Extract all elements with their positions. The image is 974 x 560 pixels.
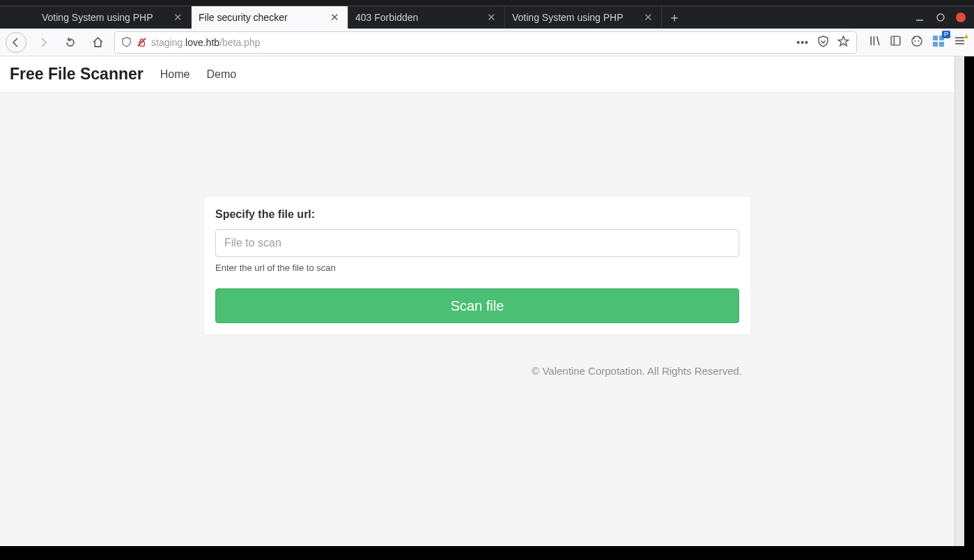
tab-strip: Voting System using PHP ✕ File security … xyxy=(0,6,974,29)
browser-tab[interactable]: 403 Forbidden ✕ xyxy=(348,6,505,29)
back-button[interactable] xyxy=(6,32,26,53)
tab-title: File security checker xyxy=(199,12,328,23)
svg-rect-7 xyxy=(891,36,900,45)
site-navbar: Free File Scanner Home Demo xyxy=(0,56,954,93)
scan-card: Specify the file url: Enter the url of t… xyxy=(204,197,750,334)
window-bottom-edge xyxy=(0,546,974,560)
bookmark-star-icon[interactable] xyxy=(837,36,849,49)
svg-point-10 xyxy=(915,40,916,42)
tab-title: Voting System using PHP xyxy=(512,12,642,23)
svg-point-9 xyxy=(912,36,922,46)
tracking-shield-icon[interactable] xyxy=(121,37,132,48)
pocket-icon[interactable] xyxy=(817,36,829,49)
maximize-icon[interactable] xyxy=(935,12,946,23)
svg-rect-15 xyxy=(939,42,944,47)
form-label: Specify the file url: xyxy=(215,208,739,221)
scan-file-button[interactable]: Scan file xyxy=(215,288,739,323)
viewport: Free File Scanner Home Demo Specify the … xyxy=(0,56,974,546)
extension-badge-icon[interactable]: P xyxy=(932,35,945,50)
url-text: staging.love.htb/beta.php xyxy=(151,37,792,48)
app-menu-button[interactable]: ▲ xyxy=(954,35,966,49)
window-edge xyxy=(964,56,974,546)
browser-tab[interactable]: Voting System using PHP ✕ xyxy=(35,6,192,29)
close-icon[interactable]: ✕ xyxy=(171,11,184,24)
library-icon[interactable] xyxy=(869,35,881,49)
browser-tab-active[interactable]: File security checker ✕ xyxy=(192,6,348,29)
tabbar-spacer xyxy=(0,6,35,29)
tab-title: 403 Forbidden xyxy=(355,12,485,23)
extension-badge-label: P xyxy=(942,31,950,38)
nav-demo-link[interactable]: Demo xyxy=(206,68,236,81)
url-host: love.htb xyxy=(185,37,219,48)
site-brand: Free File Scanner xyxy=(10,65,144,84)
close-icon[interactable]: ✕ xyxy=(328,11,341,24)
svg-rect-14 xyxy=(933,42,938,47)
svg-rect-12 xyxy=(933,36,938,40)
page: Free File Scanner Home Demo Specify the … xyxy=(0,56,954,546)
svg-line-6 xyxy=(877,36,879,45)
warning-icon: ▲ xyxy=(963,32,970,40)
tab-title: Voting System using PHP xyxy=(42,12,171,23)
nav-home-link[interactable]: Home xyxy=(160,68,190,81)
main-content: Specify the file url: Enter the url of t… xyxy=(0,93,954,377)
url-bar[interactable]: staging.love.htb/beta.php ••• xyxy=(114,31,857,54)
svg-point-1 xyxy=(937,14,944,21)
insecure-lock-icon[interactable] xyxy=(136,37,147,48)
close-icon[interactable]: ✕ xyxy=(642,11,654,24)
urlbar-right-icons: ••• xyxy=(796,36,851,49)
scrollbar[interactable] xyxy=(954,56,964,546)
window-controls xyxy=(914,6,970,29)
close-icon[interactable]: ✕ xyxy=(485,11,497,24)
sidebar-icon[interactable] xyxy=(890,35,902,49)
browser-tab[interactable]: Voting System using PHP ✕ xyxy=(505,6,662,29)
browser-toolbar: staging.love.htb/beta.php ••• xyxy=(0,29,974,56)
svg-point-11 xyxy=(918,40,920,42)
new-tab-button[interactable]: ＋ xyxy=(662,6,687,29)
toolbar-right-icons: P ▲ xyxy=(863,35,968,50)
home-button[interactable] xyxy=(87,32,108,53)
window-titlebar xyxy=(0,0,974,6)
footer-text: © Valentine Corpotation. All Rights Rese… xyxy=(204,365,750,377)
forward-button[interactable] xyxy=(33,32,54,53)
minimize-icon[interactable] xyxy=(914,12,925,23)
page-actions-icon[interactable]: ••• xyxy=(796,37,809,48)
window-close-icon[interactable] xyxy=(956,13,966,22)
form-help-text: Enter the url of the file to scan xyxy=(215,263,739,273)
url-subdomain: staging. xyxy=(151,37,185,48)
file-url-input[interactable] xyxy=(215,229,739,257)
foxyproxy-icon[interactable] xyxy=(911,35,923,50)
reload-button[interactable] xyxy=(60,32,81,53)
url-path: /beta.php xyxy=(219,37,260,48)
